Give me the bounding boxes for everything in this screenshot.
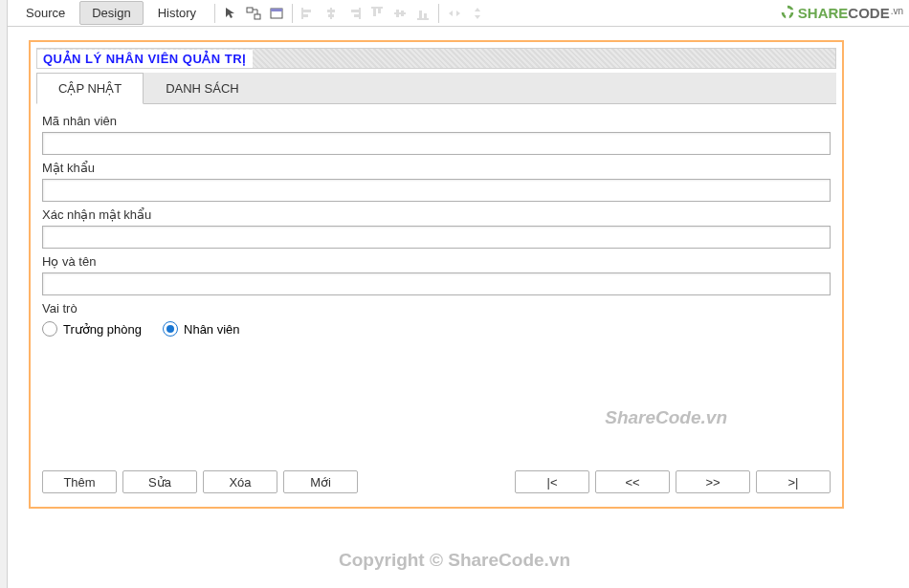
radio-group-vai-tro: Trưởng phòng Nhân viên [42,321,831,337]
align-left-icon [299,4,318,23]
same-width-icon [445,4,464,23]
field-vai-tro: Vai trò Trưởng phòng Nhân viên [42,301,831,337]
label-mat-khau: Mật khẩu [42,161,831,175]
input-ho-ten[interactable] [42,272,831,295]
separator [214,4,215,23]
field-ma-nhan-vien: Mã nhân viên [42,114,831,155]
btn-last[interactable]: >| [756,470,831,493]
align-right-icon [344,4,364,23]
svg-rect-8 [327,10,335,12]
svg-rect-6 [303,14,308,17]
panel-titlebar: QUẢN LÝ NHÂN VIÊN QUẢN TRỊ [36,48,836,69]
radio-truong-phong[interactable]: Trưởng phòng [42,321,142,337]
logo-text-vn: .vn [891,6,903,16]
main-tab-row: CẬP NHẬT DANH SÁCH [36,73,836,104]
same-height-icon [468,4,487,23]
toolbar-group-resize [445,4,487,23]
toolbar-group-align [299,4,432,23]
left-gutter [0,0,8,588]
nav-buttons: |< << >> >| [515,470,831,493]
svg-rect-17 [396,10,399,17]
svg-rect-18 [401,11,404,16]
logo-text-code: CODE [848,5,889,21]
svg-rect-5 [303,10,311,12]
svg-rect-0 [247,8,253,12]
svg-rect-20 [419,11,422,18]
svg-rect-9 [328,14,334,17]
recycle-icon [779,4,796,21]
form-area: Mã nhân viên Mật khẩu Xác nhận mật khẩu … [36,110,836,337]
align-bottom-icon [413,4,432,23]
radio-label: Nhân viên [184,322,240,337]
button-row: Thêm Sửa Xóa Mới |< << >> >| [42,470,831,493]
svg-rect-15 [378,9,381,13]
footer-copyright: Copyright © ShareCode.vn [0,550,909,571]
label-xac-nhan: Xác nhận mật khẩu [42,207,831,222]
svg-rect-3 [271,9,282,11]
top-toolbar: Source Design History [8,0,909,27]
input-mat-khau[interactable] [42,179,831,202]
btn-sua[interactable]: Sửa [122,470,197,493]
tab-danh-sach[interactable]: DANH SÁCH [144,73,261,103]
label-ho-ten: Họ và tên [42,254,831,269]
sharecode-logo: SHARECODE.vn [779,4,903,21]
tab-cap-nhat[interactable]: CẬP NHẬT [36,73,144,104]
btn-moi[interactable]: Mới [283,470,358,493]
label-vai-tro: Vai trò [42,301,831,316]
label-ma-nhan-vien: Mã nhân viên [42,114,831,128]
btn-first[interactable]: |< [515,470,589,493]
input-ma-nhan-vien[interactable] [42,132,831,155]
align-center-h-icon [321,4,341,23]
svg-rect-12 [354,14,359,17]
svg-rect-14 [373,9,376,16]
radio-label: Trưởng phòng [63,322,142,337]
connection-mode-icon[interactable] [244,4,263,23]
crud-buttons: Thêm Sửa Xóa Mới [42,470,358,493]
align-top-icon [367,4,387,23]
watermark: ShareCode.vn [605,407,727,428]
svg-rect-11 [351,10,359,12]
designer-panel[interactable]: QUẢN LÝ NHÂN VIÊN QUẢN TRỊ CẬP NHẬT DANH… [29,40,844,509]
radio-icon [163,321,178,337]
btn-prev[interactable]: << [595,470,670,493]
svg-rect-1 [255,14,260,19]
preview-icon[interactable] [267,4,286,23]
radio-icon [42,321,57,337]
tab-history[interactable]: History [145,1,209,25]
field-xac-nhan: Xác nhận mật khẩu [42,207,831,249]
separator [292,4,293,23]
radio-nhan-vien[interactable]: Nhân viên [163,321,240,337]
separator [438,4,439,23]
svg-rect-21 [424,13,427,18]
btn-xoa[interactable]: Xóa [203,470,277,493]
view-tabs: Source Design History [8,1,209,25]
panel-title: QUẢN LÝ NHÂN VIÊN QUẢN TRỊ [37,50,253,68]
select-mode-icon[interactable] [221,4,240,23]
toolbar-group-1 [221,4,286,23]
btn-next[interactable]: >> [676,470,750,493]
field-ho-ten: Họ và tên [42,254,831,295]
field-mat-khau: Mật khẩu [42,161,831,202]
input-xac-nhan[interactable] [42,226,831,249]
btn-them[interactable]: Thêm [42,470,117,493]
tab-design[interactable]: Design [79,1,143,25]
align-center-v-icon [390,4,410,23]
tab-source[interactable]: Source [13,1,78,25]
logo-text-share: SHARE [798,5,849,21]
